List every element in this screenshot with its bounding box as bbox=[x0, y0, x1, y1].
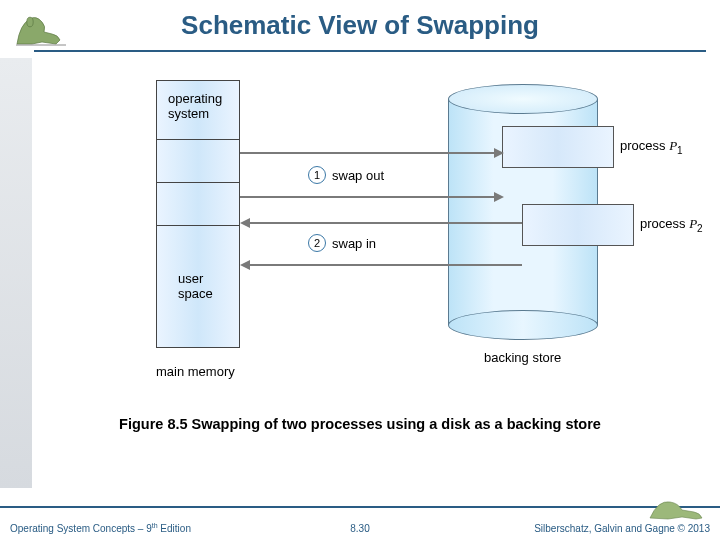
swap-in-arrow-head bbox=[240, 218, 250, 228]
memory-divider-2 bbox=[157, 182, 239, 183]
swap-in-badge: 2 bbox=[308, 234, 326, 252]
swap-out-arrow-line-2 bbox=[240, 196, 496, 198]
process-p2-box bbox=[522, 204, 634, 246]
title-underline bbox=[34, 50, 706, 52]
process-p1-label: process P1 bbox=[620, 138, 683, 156]
process-p2-label: process P2 bbox=[640, 216, 703, 234]
swapping-diagram: operating system user space main memory … bbox=[60, 74, 680, 404]
footer-copyright: Silberschatz, Galvin and Gagne © 2013 bbox=[534, 523, 710, 534]
swap-out-badge: 1 bbox=[308, 166, 326, 184]
memory-divider-3 bbox=[157, 225, 239, 226]
slide-title: Schematic View of Swapping bbox=[0, 10, 720, 41]
swap-in-arrow-line-2 bbox=[250, 264, 522, 266]
process-p1-box bbox=[502, 126, 614, 168]
user-space-label: user space bbox=[178, 272, 213, 302]
swap-in-arrow-line bbox=[250, 222, 522, 224]
swap-out-arrow-head bbox=[494, 148, 504, 158]
memory-divider-1 bbox=[157, 139, 239, 140]
swap-in-label: swap in bbox=[332, 236, 376, 251]
figure-caption: Figure 8.5 Swapping of two processes usi… bbox=[0, 416, 720, 432]
cylinder-top bbox=[448, 84, 598, 114]
os-label: operating system bbox=[168, 92, 222, 122]
swap-in-arrow-head-2 bbox=[240, 260, 250, 270]
swap-out-arrow-line bbox=[240, 152, 496, 154]
dinosaur-footer-icon bbox=[646, 492, 706, 522]
swap-out-arrow-head-2 bbox=[494, 192, 504, 202]
slide-footer: Operating System Concepts – 9th Edition … bbox=[0, 506, 720, 540]
swap-out-label: swap out bbox=[332, 168, 384, 183]
main-memory-label: main memory bbox=[156, 364, 235, 379]
backing-store-label: backing store bbox=[484, 350, 561, 365]
cylinder-bottom bbox=[448, 310, 598, 340]
footer-line bbox=[0, 506, 720, 508]
slide-header: Schematic View of Swapping bbox=[0, 0, 720, 58]
